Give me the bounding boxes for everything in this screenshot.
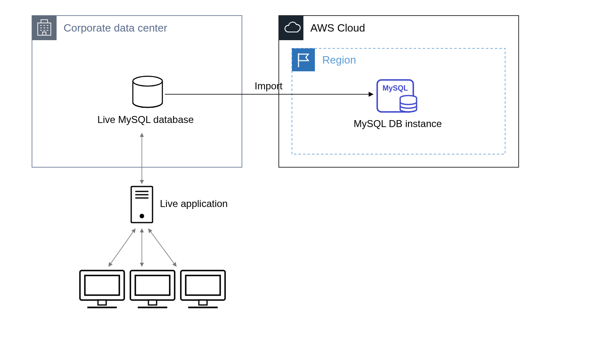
- aws-title: AWS Cloud: [310, 22, 365, 34]
- region-title: Region: [322, 54, 356, 66]
- architecture-diagram: Corporate data center Live MySQL databas…: [0, 0, 615, 364]
- svg-rect-29: [186, 275, 220, 295]
- svg-rect-25: [135, 275, 170, 295]
- rds-badge: MySQL: [383, 84, 408, 92]
- corporate-data-center-box: Corporate data center: [32, 16, 242, 167]
- svg-rect-21: [85, 275, 119, 295]
- region-box: Region: [292, 48, 505, 154]
- arrow-import-label: Import: [255, 80, 282, 91]
- svg-point-19: [140, 214, 144, 218]
- corporate-title: Corporate data center: [64, 22, 167, 34]
- svg-rect-26: [148, 300, 157, 305]
- database-label: Live MySQL database: [97, 114, 194, 125]
- svg-rect-0: [32, 16, 242, 167]
- rds-mysql-icon: MySQL: [377, 80, 417, 112]
- svg-rect-35: [292, 48, 315, 71]
- client-icon: [130, 271, 175, 307]
- app-label: Live application: [160, 198, 228, 209]
- database-icon: [133, 76, 162, 107]
- svg-rect-22: [98, 300, 106, 305]
- rds-label: MySQL DB instance: [353, 118, 442, 129]
- svg-point-14: [133, 76, 162, 86]
- client-icon: [80, 271, 124, 307]
- svg-rect-30: [199, 300, 207, 305]
- arrow-app-client-1: [109, 229, 135, 266]
- client-icon: [181, 271, 225, 307]
- svg-rect-33: [279, 16, 303, 40]
- server-icon: [131, 187, 153, 223]
- arrow-app-client-3: [148, 229, 176, 266]
